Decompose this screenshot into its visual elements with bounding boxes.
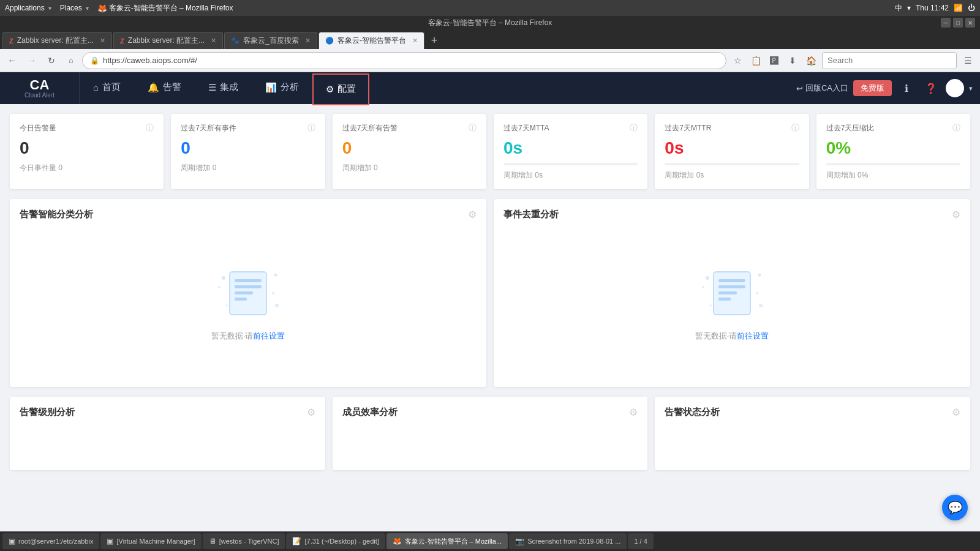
- titlebar-controls[interactable]: ─ □ ✕: [941, 18, 975, 28]
- maximize-btn[interactable]: □: [953, 18, 963, 28]
- svg-point-10: [275, 304, 279, 307]
- alert-classification-card: 告警智能分类分析 ⚙: [10, 199, 486, 387]
- svg-point-17: [702, 286, 704, 288]
- svg-point-7: [274, 274, 277, 277]
- taskbar-terminal[interactable]: ▣ root@server1:/etc/zabbix: [2, 533, 99, 549]
- taskbar-screenshot[interactable]: 📷 Screenshot from 2019-08-01 ...: [509, 533, 627, 549]
- menu-icon[interactable]: ☰: [959, 52, 976, 69]
- taskbar-gedit[interactable]: 📝 [7.31 (~/Desktop) - gedit]: [286, 533, 385, 549]
- browser-menu[interactable]: 客象云-智能告警平台 – Mozilla Firefox: [109, 3, 233, 13]
- stat-footer-compression: 周期增加 0%: [826, 170, 960, 181]
- tab-2[interactable]: Z Zabbix server: 配置主... ✕: [113, 32, 223, 49]
- stat-card-7d-alerts: 过去7天所有告警 ⓘ 0 周期增加 0: [333, 114, 486, 189]
- svg-rect-12: [718, 279, 745, 282]
- taskbar-gedit-label: [7.31 (~/Desktop) - gedit]: [304, 538, 379, 545]
- search-input[interactable]: [822, 52, 957, 69]
- main-content: 今日告警量 ⓘ 0 今日事件量 0 过去7天所有事件 ⓘ 0 周期增加 0 过去…: [0, 104, 980, 531]
- member-efficiency-settings-icon[interactable]: ⚙: [629, 407, 638, 418]
- stat-card-7d-events: 过去7天所有事件 ⓘ 0 周期增加 0: [171, 114, 325, 189]
- user-menu-arrow[interactable]: ▾: [969, 84, 973, 92]
- taskbar-page-count: 1 / 4: [628, 533, 653, 549]
- forward-btn[interactable]: →: [23, 52, 40, 69]
- home-btn[interactable]: ⌂: [62, 52, 80, 69]
- taskbar: ▣ root@server1:/etc/zabbix ▣ [Virtual Ma…: [0, 531, 980, 551]
- chat-float-btn[interactable]: 💬: [942, 495, 968, 520]
- event-dedup-card: 事件去重分析 ⚙ 暂无数据·请前往设置: [494, 199, 970, 387]
- event-dedup-settings-icon[interactable]: ⚙: [952, 209, 960, 220]
- info-icon-5[interactable]: ⓘ: [791, 122, 799, 133]
- svg-point-21: [759, 304, 763, 307]
- info-icon-6[interactable]: ⓘ: [952, 122, 960, 133]
- alert-status-settings-icon[interactable]: ⚙: [952, 407, 960, 418]
- alert-status-card: 告警状态分析 ⚙: [655, 397, 970, 470]
- stat-footer-mttr: 周期增加 0s: [665, 170, 799, 181]
- help-icon[interactable]: ❓: [921, 78, 941, 98]
- ssl-lock-icon: 🔒: [90, 56, 99, 65]
- firefox-titlebar: 客象云-智能告警平台 – Mozilla Firefox ─ □ ✕: [0, 16, 980, 29]
- alert-classification-settings-icon[interactable]: ⚙: [468, 209, 477, 220]
- logo-ca: CA: [30, 78, 50, 92]
- analysis-nav-icon: 📊: [265, 82, 277, 93]
- svg-point-5: [222, 276, 225, 280]
- close-btn[interactable]: ✕: [965, 18, 975, 28]
- tab-1[interactable]: Z Zabbix server: 配置主... ✕: [2, 32, 112, 49]
- event-dedup-goto-link[interactable]: 前往设置: [737, 331, 769, 340]
- new-tab-btn[interactable]: +: [426, 32, 443, 49]
- applications-menu[interactable]: Applications: [5, 4, 45, 12]
- stat-label-compression: 过去7天压缩比 ⓘ: [826, 122, 960, 133]
- free-btn[interactable]: 免费版: [853, 80, 892, 96]
- tab-4-icon: 🔵: [325, 37, 334, 45]
- pocket-icon[interactable]: 🅿: [766, 52, 783, 69]
- stat-card-mttr: 过去7天MTTR ⓘ 0s 周期增加 0s: [655, 114, 809, 189]
- stat-value-today-alerts: 0: [20, 138, 154, 158]
- ca-entry-icon: ↩: [796, 84, 803, 93]
- ca-entry-btn[interactable]: ↩ 回版CA入口: [796, 83, 848, 94]
- download-icon[interactable]: ⬇: [784, 52, 801, 69]
- user-avatar[interactable]: [946, 79, 964, 97]
- nav-home[interactable]: ⌂ 首页: [80, 72, 134, 104]
- nav-integration[interactable]: ☰ 集成: [195, 72, 252, 104]
- info-icon-3[interactable]: ⓘ: [469, 122, 477, 133]
- info-icon-1[interactable]: ⓘ: [146, 122, 154, 133]
- event-dedup-header: 事件去重分析 ⚙: [503, 209, 960, 220]
- places-menu[interactable]: Places: [60, 4, 82, 12]
- tab-1-close[interactable]: ✕: [100, 37, 105, 45]
- home-toolbar-icon[interactable]: 🏠: [802, 52, 820, 69]
- info-icon-2[interactable]: ⓘ: [307, 122, 315, 133]
- svg-point-9: [225, 304, 228, 307]
- address-bar: ← → ↻ ⌂ 🔒 https://caweb.aiops.com/#/ ☆ 📋…: [0, 49, 980, 72]
- tab-4-close[interactable]: ✕: [412, 37, 418, 45]
- nav-analysis[interactable]: 📊 分析: [252, 72, 312, 104]
- tab-3[interactable]: 🐾 客象云_百度搜索 ✕: [224, 32, 317, 49]
- reload-btn[interactable]: ↻: [43, 52, 60, 69]
- tab-3-close[interactable]: ✕: [305, 37, 311, 45]
- stat-value-mtta: 0s: [503, 138, 638, 158]
- taskbar-vmm[interactable]: ▣ [Virtual Machine Manager]: [100, 533, 201, 549]
- alert-level-settings-icon[interactable]: ⚙: [307, 407, 315, 418]
- stat-bar-mttr: [665, 163, 799, 165]
- tab-4[interactable]: 🔵 客象云-智能告警平台 ✕: [318, 32, 424, 49]
- alert-level-header: 告警级别分析 ⚙: [20, 407, 315, 418]
- logo-area: CA Cloud Alert: [0, 72, 80, 104]
- tab-2-close[interactable]: ✕: [211, 37, 216, 45]
- tabs-bar: Z Zabbix server: 配置主... ✕ Z Zabbix serve…: [0, 29, 980, 49]
- minimize-btn[interactable]: ─: [941, 18, 951, 28]
- svg-point-19: [756, 292, 758, 294]
- alert-nav-icon: 🔔: [148, 82, 159, 93]
- nav-config[interactable]: ⚙ 配置: [312, 73, 369, 105]
- info-icon-4[interactable]: ⓘ: [630, 122, 638, 133]
- back-btn[interactable]: ←: [4, 52, 21, 69]
- tab-4-label: 客象云-智能告警平台: [337, 36, 406, 46]
- os-topbar-left: Applications ▾ Places ▾ 🦊 客象云-智能告警平台 – M…: [5, 3, 233, 13]
- taskbar-firefox[interactable]: 🦊 客象云-智能告警平台 – Mozilla...: [386, 533, 508, 549]
- member-efficiency-card: 成员效率分析 ⚙: [333, 397, 648, 470]
- reader-view-icon[interactable]: 📋: [747, 52, 764, 69]
- nav-alert[interactable]: 🔔 告警: [134, 72, 195, 104]
- url-bar[interactable]: 🔒 https://caweb.aiops.com/#/: [82, 52, 726, 69]
- bookmark-star-icon[interactable]: ☆: [729, 52, 746, 69]
- svg-point-8: [272, 292, 274, 294]
- question-circle-icon[interactable]: ℹ: [897, 78, 916, 98]
- alert-classification-title: 告警智能分类分析: [20, 209, 93, 220]
- taskbar-tigervnc[interactable]: 🖥 [westos - TigerVNC]: [203, 533, 285, 549]
- alert-classification-goto-link[interactable]: 前往设置: [253, 331, 285, 340]
